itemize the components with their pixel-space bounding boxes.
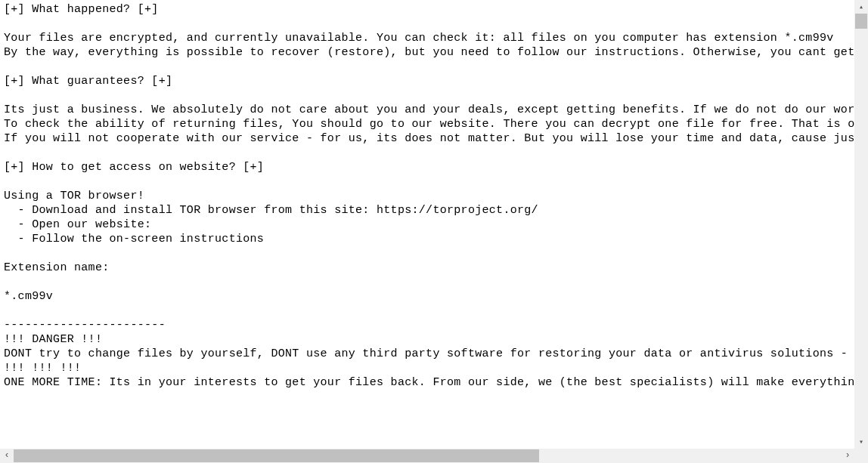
scroll-up-arrow[interactable]: ▴ xyxy=(854,0,868,14)
horizontal-scrollbar-thumb[interactable] xyxy=(14,449,539,462)
vertical-scrollbar-thumb[interactable] xyxy=(855,14,867,29)
horizontal-scrollbar[interactable]: ‹ › xyxy=(0,449,854,463)
scroll-down-arrow[interactable]: ▾ xyxy=(854,435,868,449)
horizontal-scrollbar-track[interactable] xyxy=(14,449,841,463)
content-viewport: [+] What happened? [+] Your files are en… xyxy=(0,0,854,449)
scroll-left-arrow[interactable]: ‹ xyxy=(0,449,14,463)
scroll-right-arrow[interactable]: › xyxy=(841,449,854,463)
scrollbar-corner xyxy=(854,449,868,463)
vertical-scrollbar[interactable]: ▴ ▾ xyxy=(854,0,868,449)
ransom-note-text: [+] What happened? [+] Your files are en… xyxy=(0,0,854,390)
